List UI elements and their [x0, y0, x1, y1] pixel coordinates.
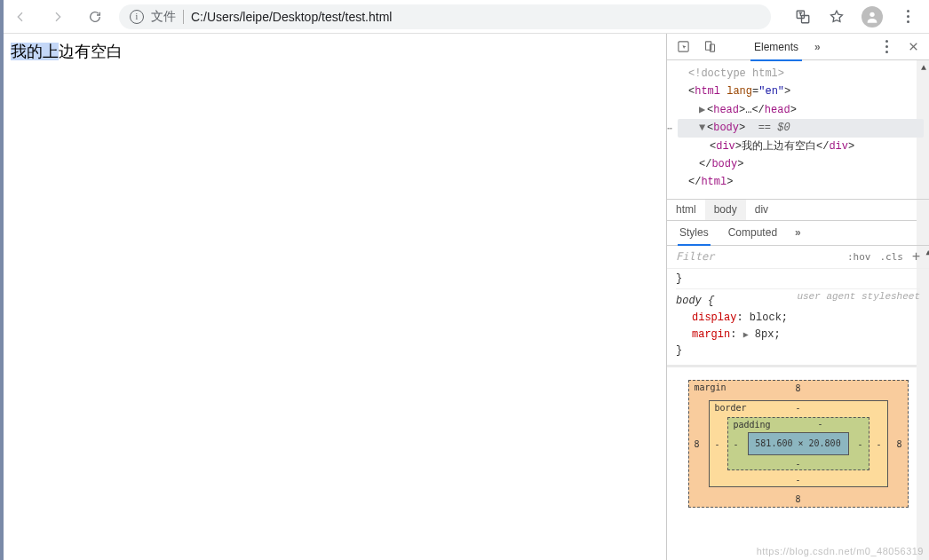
address-bar[interactable]: i 文件 C:/Users/leipe/Desktop/test/test.ht…	[119, 4, 771, 29]
box-margin[interactable]: margin 8 8 8 8 border - - - - padding	[688, 380, 909, 508]
css-rules[interactable]: } user agent stylesheet body { display: …	[667, 269, 929, 365]
scroll-up-icon[interactable]: ▲	[926, 248, 929, 256]
crumb-div[interactable]: div	[746, 200, 777, 220]
tabs-overflow-icon[interactable]: »	[814, 41, 821, 53]
back-button[interactable]	[12, 9, 28, 25]
forward-button[interactable]	[50, 9, 66, 25]
page-viewport: 我的上边有空白	[4, 34, 666, 560]
inspect-icon[interactable]	[676, 40, 690, 54]
tab-computed[interactable]: Computed	[727, 220, 779, 245]
profile-avatar[interactable]	[862, 6, 883, 28]
dom-selected-node[interactable]: ⋯▼<body> == $0	[678, 119, 924, 137]
translate-icon[interactable]	[794, 8, 812, 26]
styles-filter-row: Filter :hov .cls + ▲	[667, 246, 929, 269]
dom-tree[interactable]: ▲ <!doctype html> <html lang="en"> ▶<hea…	[667, 60, 929, 200]
new-rule-icon[interactable]: +	[912, 248, 920, 264]
scroll-up-icon[interactable]: ▲	[917, 60, 929, 73]
hov-toggle[interactable]: :hov	[847, 251, 871, 263]
page-text: 我的上边有空白	[11, 41, 123, 62]
site-info-icon[interactable]: i	[130, 10, 144, 24]
tab-styles[interactable]: Styles	[678, 220, 711, 245]
devtools-tabbar: Elements »	[667, 34, 929, 60]
styles-tabbar: Styles Computed »	[667, 221, 929, 246]
divider	[183, 10, 184, 24]
rule-body: user agent stylesheet body { display: bl…	[676, 288, 920, 359]
svg-point-2	[869, 12, 874, 16]
box-model: margin 8 8 8 8 border - - - - padding	[667, 365, 929, 560]
url-scheme-label: 文件	[151, 9, 176, 25]
box-padding[interactable]: padding - - - - 581.600 × 20.800	[727, 417, 869, 470]
box-content[interactable]: 581.600 × 20.800	[748, 432, 849, 455]
cls-toggle[interactable]: .cls	[879, 251, 903, 263]
rule-close-brace: }	[676, 271, 920, 288]
crumb-body[interactable]: body	[705, 200, 746, 220]
tab-elements[interactable]: Elements	[750, 34, 802, 60]
crumb-html[interactable]: html	[667, 200, 705, 220]
devtools-panel: Elements » ▲ <!doctype html> <html lang=…	[666, 34, 929, 560]
menu-icon[interactable]	[899, 8, 917, 26]
rule-source: user agent stylesheet	[797, 289, 920, 304]
close-devtools-icon[interactable]	[906, 40, 920, 54]
url-text: C:/Users/leipe/Desktop/test/test.html	[191, 10, 392, 24]
dom-breadcrumbs: html body div	[667, 200, 929, 221]
styles-overflow-icon[interactable]: »	[795, 226, 801, 239]
browser-toolbar: i 文件 C:/Users/leipe/Desktop/test/test.ht…	[4, 0, 929, 34]
styles-filter-input[interactable]: Filter	[676, 250, 838, 263]
devtools-menu-icon[interactable]	[879, 40, 893, 54]
bookmark-star-icon[interactable]	[828, 8, 846, 26]
box-border[interactable]: border - - - - padding - - - - 58	[709, 400, 888, 487]
reload-button[interactable]	[87, 9, 103, 25]
device-toggle-icon[interactable]	[703, 40, 717, 54]
svg-rect-1	[802, 15, 809, 22]
